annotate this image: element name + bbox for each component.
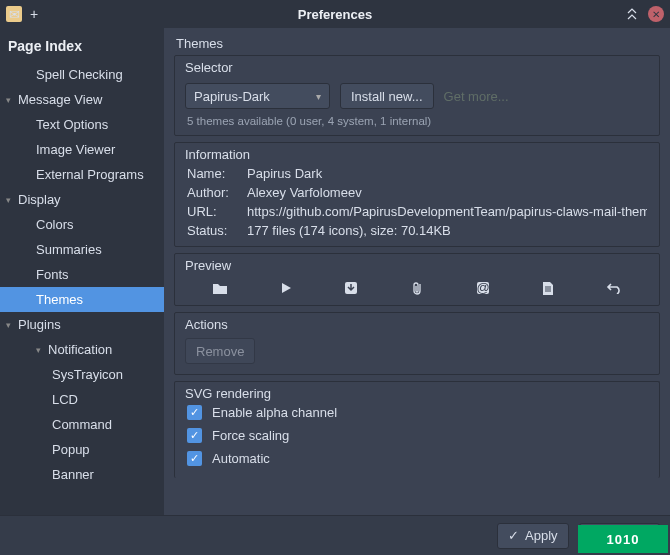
actions-label: Actions — [175, 313, 659, 332]
info-name-value: Papirus Dark — [247, 166, 647, 181]
info-author-value: Alexey Varfolomeev — [247, 185, 647, 200]
tree-item-popup[interactable]: Popup — [0, 437, 164, 462]
info-author-label: Author: — [187, 185, 247, 200]
tree-item-message-view[interactable]: Message View — [0, 87, 164, 112]
app-icon: ✉ — [6, 6, 22, 22]
tree-item-systrayicon[interactable]: SysTrayicon — [0, 362, 164, 387]
apply-label: Apply — [525, 528, 558, 543]
check-icon: ✓ — [508, 528, 519, 543]
install-new-button[interactable]: Install new... — [340, 83, 434, 109]
info-url-value: https://github.com/PapirusDevelopmentTea… — [247, 204, 647, 219]
preview-label: Preview — [175, 254, 659, 273]
footer-bar: ✓ Apply Cancel — [0, 515, 670, 555]
theme-select[interactable]: Papirus-Dark ▾ — [185, 83, 330, 109]
theme-select-value: Papirus-Dark — [194, 89, 270, 104]
new-tab-button[interactable]: + — [30, 6, 38, 22]
maximize-button[interactable] — [624, 6, 640, 22]
get-more-link[interactable]: Get more... — [444, 89, 509, 104]
undo-icon — [603, 279, 625, 297]
titlebar: ✉ + Preferences ✕ — [0, 0, 670, 28]
content-pane: Themes Selector Papirus-Dark ▾ Install n… — [164, 28, 670, 555]
tree-item-external-programs[interactable]: External Programs — [0, 162, 164, 187]
page-title: Themes — [174, 36, 660, 51]
info-name-label: Name: — [187, 166, 247, 181]
attachment-icon — [406, 279, 428, 297]
force-scaling-checkbox[interactable]: ✓ — [187, 428, 202, 443]
tree-item-fonts[interactable]: Fonts — [0, 262, 164, 287]
sidebar: Page Index Spell CheckingMessage ViewTex… — [0, 28, 164, 555]
close-button[interactable]: ✕ — [648, 6, 664, 22]
tree-item-lcd[interactable]: LCD — [0, 387, 164, 412]
watermark-badge: 1010 — [578, 525, 668, 553]
svg-text:@: @ — [476, 281, 489, 295]
tree-item-command[interactable]: Command — [0, 412, 164, 437]
at-icon: @ — [472, 279, 494, 297]
folder-icon — [209, 279, 231, 297]
sidebar-title: Page Index — [0, 34, 164, 62]
svg-rendering-label: SVG rendering — [175, 382, 659, 401]
tree-item-colors[interactable]: Colors — [0, 212, 164, 237]
tree-item-plugins[interactable]: Plugins — [0, 312, 164, 337]
tree-item-themes[interactable]: Themes — [0, 287, 164, 312]
enable-alpha-label: Enable alpha channel — [212, 405, 337, 420]
info-url-label: URL: — [187, 204, 247, 219]
force-scaling-label: Force scaling — [212, 428, 289, 443]
apply-button[interactable]: ✓ Apply — [497, 523, 569, 549]
document-icon — [537, 279, 559, 297]
tree-item-summaries[interactable]: Summaries — [0, 237, 164, 262]
automatic-checkbox[interactable]: ✓ — [187, 451, 202, 466]
tree-item-image-viewer[interactable]: Image Viewer — [0, 137, 164, 162]
themes-count-hint: 5 themes available (0 user, 4 system, 1 … — [175, 113, 659, 135]
info-status-value: 177 files (174 icons), size: 70.14KB — [247, 223, 647, 238]
selector-label: Selector — [175, 56, 659, 75]
download-icon — [340, 279, 362, 297]
tree-item-notification[interactable]: Notification — [0, 337, 164, 362]
tree-item-text-options[interactable]: Text Options — [0, 112, 164, 137]
enable-alpha-checkbox[interactable]: ✓ — [187, 405, 202, 420]
play-icon — [275, 279, 297, 297]
information-label: Information — [175, 143, 659, 162]
automatic-label: Automatic — [212, 451, 270, 466]
chevron-down-icon: ▾ — [316, 91, 321, 102]
remove-button[interactable]: Remove — [185, 338, 255, 364]
preview-icons-row: @ — [175, 273, 659, 305]
info-status-label: Status: — [187, 223, 247, 238]
window-title: Preferences — [298, 7, 372, 22]
tree-item-spell-checking[interactable]: Spell Checking — [0, 62, 164, 87]
tree-item-banner[interactable]: Banner — [0, 462, 164, 487]
tree-item-display[interactable]: Display — [0, 187, 164, 212]
